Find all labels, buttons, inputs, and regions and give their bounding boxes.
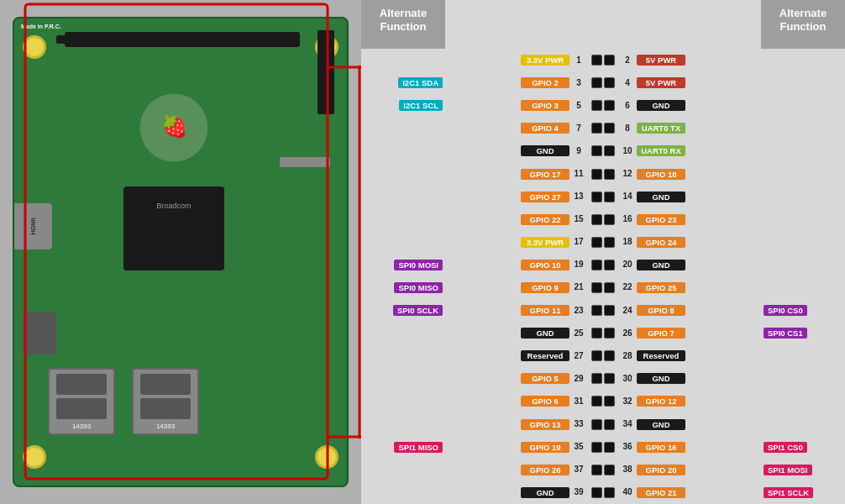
left-pin-label: GPIO 2 — [521, 77, 569, 88]
right-alt-cell — [761, 117, 845, 139]
hdmi-port: HDMI — [14, 203, 52, 249]
connector-pin — [591, 419, 602, 430]
right-alt-cell: SPI1 CS0 — [761, 436, 845, 459]
left-pin-number: 3 — [572, 79, 585, 87]
right-pin-label: UART0 RX — [637, 145, 685, 156]
right-alt-cell — [761, 231, 845, 254]
right-pin-label: GPIO 8 — [637, 305, 685, 316]
left-pin-area: GPIO 921 — [445, 282, 588, 293]
pin-row: SPI0 MISOGPIO 92122GPIO 25 — [361, 276, 845, 299]
connector-pin — [591, 169, 602, 180]
right-alt-cell — [761, 344, 845, 367]
left-pin-number: 29 — [572, 375, 585, 383]
left-pin-area: GPIO 2713 — [445, 192, 588, 202]
left-pin-area: GPIO 35 — [445, 100, 588, 111]
left-pin-number: 17 — [572, 238, 585, 246]
left-pin-area: GPIO 2637 — [445, 465, 588, 475]
connector — [588, 237, 618, 248]
left-alt-cell: I2C1 SDA — [361, 71, 445, 94]
left-pin-label: Reserved — [521, 350, 569, 361]
left-alt-cell: SPI0 MOSI — [361, 254, 445, 276]
left-pin-label: 3.3V PWR — [521, 55, 569, 66]
pin-rows: 3.3V PWR125V PWRI2C1 SDAGPIO 2345V PWRI2… — [361, 49, 845, 504]
connector-pin — [604, 237, 615, 248]
left-pin-number: 13 — [572, 192, 585, 201]
pin-row: 3.3V PWR125V PWR — [361, 49, 845, 71]
connector — [588, 487, 618, 498]
right-pin-number: 20 — [621, 260, 634, 269]
connector — [588, 145, 618, 156]
right-alt-badge: SPI1 CS0 — [764, 442, 807, 453]
left-alt-cell — [361, 481, 445, 504]
left-pin-area: GPIO 2215 — [445, 214, 588, 225]
right-pin-number: 12 — [621, 170, 634, 178]
pin-row: GPIO 133334GND — [361, 413, 845, 436]
left-pin-number: 21 — [572, 283, 585, 291]
connector-pin — [591, 77, 602, 88]
right-alt-cell — [761, 276, 845, 299]
right-pin-area: 14GND — [618, 192, 761, 202]
pcb-made-label: Made in P.R.C. — [21, 24, 61, 29]
connector-pin — [604, 396, 615, 407]
left-pin-label: GPIO 26 — [521, 465, 569, 475]
left-pin-label: GND — [521, 328, 569, 339]
right-alt-cell: SPI1 SCLK — [761, 481, 845, 504]
left-alt-cell — [361, 49, 445, 71]
chip-label: Broadcom — [132, 202, 216, 210]
left-pin-number: 9 — [572, 147, 585, 155]
pin-row: I2C1 SDAGPIO 2345V PWR — [361, 71, 845, 94]
mounting-hole-br — [315, 445, 339, 469]
left-alt-cell — [361, 367, 445, 390]
left-pin-area: Reserved27 — [445, 350, 588, 361]
left-pin-area: GND9 — [445, 145, 588, 156]
connector — [588, 396, 618, 407]
left-pin-area: GPIO 1123 — [445, 305, 588, 316]
right-pin-area: 25V PWR — [618, 55, 761, 66]
right-pin-label: GND — [637, 192, 685, 202]
raspberry-pi-board: Made in P.R.C. HDMI 🍓 Broadcom 14393 — [13, 17, 349, 487]
left-alt-cell — [361, 459, 445, 481]
header-alt-left: AlternateFunction — [361, 0, 445, 49]
left-pin-label: GND — [521, 487, 569, 498]
right-pin-label: GND — [637, 260, 685, 270]
connector — [588, 55, 618, 66]
right-pin-area: 36GPIO 16 — [618, 442, 761, 453]
connector-pin — [591, 282, 602, 293]
left-pin-area: GPIO 529 — [445, 373, 588, 384]
connector — [588, 442, 618, 453]
right-alt-cell: SPI0 CS0 — [761, 299, 845, 322]
svg-text:🍓: 🍓 — [161, 113, 188, 139]
right-pin-number: 18 — [621, 238, 634, 246]
connector — [588, 214, 618, 225]
left-pin-number: 5 — [572, 102, 585, 110]
pin-row: GPIO 263738GPIO 20SPI1 MOSI — [361, 459, 845, 481]
connector-pin — [604, 192, 615, 202]
right-pin-number: 2 — [621, 56, 634, 65]
right-pin-area: 10UART0 RX — [618, 145, 761, 156]
right-alt-cell — [761, 254, 845, 276]
pin-row: SPI0 MOSIGPIO 101920GND — [361, 254, 845, 276]
connector-pin — [591, 214, 602, 225]
right-pin-area: 26GPIO 7 — [618, 328, 761, 339]
connector-pin — [604, 373, 615, 384]
connector — [588, 350, 618, 361]
right-pin-number: 8 — [621, 124, 634, 133]
right-pin-number: 22 — [621, 283, 634, 291]
right-pin-label: GPIO 24 — [637, 237, 685, 248]
right-pin-number: 34 — [621, 420, 634, 428]
pin-row: GPIO 52930GND — [361, 367, 845, 390]
right-alt-cell — [761, 139, 845, 162]
left-pin-number: 35 — [572, 443, 585, 451]
left-pin-label: GPIO 17 — [521, 169, 569, 180]
connector-pin — [604, 305, 615, 316]
left-alt-cell — [361, 231, 445, 254]
right-pin-area: 18GPIO 24 — [618, 237, 761, 248]
connector-pin — [604, 465, 615, 475]
connector — [588, 465, 618, 475]
right-pin-label: GPIO 20 — [637, 465, 685, 475]
right-pin-number: 24 — [621, 307, 634, 315]
connector-pin — [604, 419, 615, 430]
right-pin-label: GND — [637, 100, 685, 111]
usb-port-1: 14393 — [48, 368, 115, 435]
left-pin-label: GPIO 9 — [521, 282, 569, 293]
